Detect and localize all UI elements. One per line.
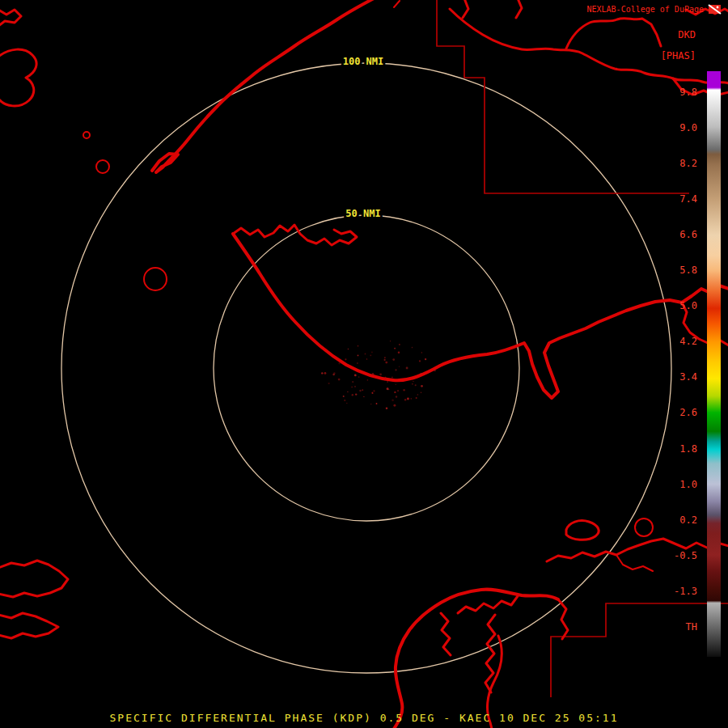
coast-top-mark (394, 1, 400, 7)
river-bottomright-branch (616, 555, 653, 571)
island-circle-2 (144, 268, 167, 290)
county-borders (437, 0, 728, 697)
island-circle-3 (83, 132, 90, 138)
border-bottomright (551, 603, 728, 697)
range-ring-50nmi (214, 215, 519, 521)
island-topleft-corner (0, 10, 21, 26)
river-top-small-1 (463, 0, 468, 18)
ring-label-50nmi: 50 NMI (345, 208, 380, 219)
coastline-right-edge (682, 303, 728, 345)
radar-display-screen: 100 NMI 50 NMI NEXLAB-College of DuPage … (0, 0, 728, 728)
coastline-central-bay (233, 234, 728, 398)
range-ring-100nmi (61, 63, 671, 673)
delta-right-spur (558, 599, 568, 639)
river-topright-branch (566, 19, 661, 49)
coastline-central-sound-shore (233, 225, 357, 245)
cod-logo-icon (708, 3, 722, 15)
island-circle-1 (96, 160, 109, 173)
nexlab-brand-text: NEXLAB-College of DuPage (587, 5, 705, 14)
river-bottomright-main (547, 539, 728, 561)
product-caption: SPECIFIC DIFFERENTIAL PHASE (KDP) 0.5 DE… (0, 712, 728, 724)
range-rings (61, 63, 671, 673)
coastline-bottomleft-2 (0, 613, 58, 638)
coastline-bottomleft-1 (0, 561, 68, 597)
ring-labels: 100 NMI 50 NMI (343, 56, 384, 219)
lake-circle (635, 518, 653, 536)
radar-map: 100 NMI 50 NMI (0, 0, 728, 728)
island-far-left (0, 49, 36, 106)
product-units: [PHAS] (661, 50, 696, 61)
ring-label-100nmi: 100 NMI (343, 56, 384, 67)
colorbar-gradient (707, 71, 721, 657)
delta-inner-1 (458, 596, 518, 613)
river-topright-main (450, 9, 728, 83)
coastlines (0, 0, 728, 728)
delta-inner-2 (441, 613, 451, 655)
river-top-small-2 (516, 0, 522, 18)
lake-island-blob (566, 521, 599, 540)
product-code: DKD (678, 29, 696, 40)
coastline-northwest-arc (152, 0, 375, 172)
